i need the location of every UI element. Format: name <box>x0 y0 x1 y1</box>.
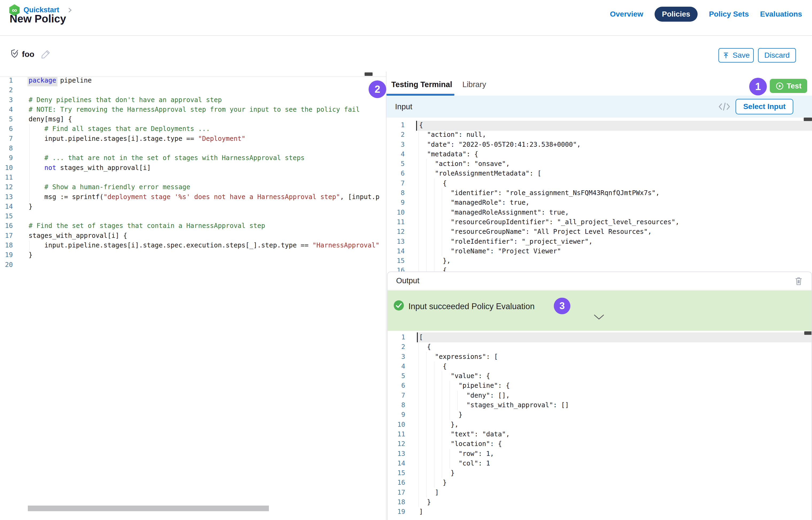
clear-output-trash-icon[interactable] <box>794 276 803 286</box>
code-line <box>29 173 384 182</box>
evaluation-success-banner: Input succeeded Policy Evaluation <box>387 290 811 331</box>
tab-overview[interactable]: Overview <box>610 10 643 19</box>
text-caret <box>416 121 417 131</box>
module-tabs: Overview Policies Policy Sets Evaluation… <box>610 6 802 22</box>
code-line <box>29 144 384 153</box>
tab-library[interactable]: Library <box>462 80 486 89</box>
code-line: deny[msg] { <box>29 114 384 124</box>
code-line: # NOTE: Try removing the HarnessApproval… <box>29 105 384 114</box>
code-line: } <box>29 250 384 260</box>
success-message: Input succeeded Policy Evaluation <box>408 302 535 311</box>
select-input-button[interactable]: Select Input <box>736 99 793 114</box>
output-panel-title: Output <box>396 276 420 285</box>
editor-vertical-scrollbar-thumb[interactable] <box>364 72 373 76</box>
select-input-label: Select Input <box>743 102 786 111</box>
code-view-icon[interactable] <box>718 102 730 111</box>
output-json-viewer[interactable]: 1 2 3 4 5 6 7 8 9 10 11 12 13 14 15 16 1… <box>387 331 812 520</box>
code-line: # Show a human-friendly error message <box>29 182 384 192</box>
indent-guide <box>418 342 419 507</box>
editor-horizontal-scrollbar-thumb[interactable] <box>28 505 269 511</box>
output-vertical-scrollbar-thumb[interactable] <box>804 331 812 335</box>
editor-line-numbers: 1 2 3 4 5 6 7 8 9 10 11 12 13 14 15 16 1… <box>0 76 13 269</box>
success-check-icon <box>394 300 404 311</box>
active-tab-underline <box>386 94 454 96</box>
code-line: # Find the set of stages that contain a … <box>29 221 384 231</box>
code-line: stages_with_approval[i] { <box>29 231 384 240</box>
upload-icon <box>722 52 729 59</box>
tab-testing-terminal[interactable]: Testing Terminal <box>391 80 452 89</box>
code-line: # Deny pipelines that don't have an appr… <box>29 95 384 105</box>
breadcrumb-chevron-icon <box>68 7 72 14</box>
policy-shield-icon <box>9 48 20 60</box>
policy-name: foo <box>22 50 34 59</box>
policy-editor-page: ∞ Quickstart New Policy Overview Policie… <box>0 0 812 520</box>
annotation-badge-3: 3 <box>554 298 570 314</box>
code-line: # ... that are not in the set of stages … <box>29 153 384 163</box>
test-button[interactable]: Test <box>770 79 807 93</box>
input-vertical-scrollbar-thumb[interactable] <box>804 118 812 121</box>
code-line <box>29 211 384 221</box>
input-json-editor[interactable]: 1 2 3 4 5 6 7 8 9 10 11 12 13 14 15 16 {… <box>386 118 812 271</box>
test-button-label: Test <box>787 82 802 90</box>
tab-evaluations[interactable]: Evaluations <box>760 10 802 19</box>
expand-chevron-down-icon[interactable] <box>593 314 605 320</box>
discard-button[interactable]: Discard <box>758 48 796 62</box>
output-panel: Output Input succeeded Policy Evaluation <box>387 271 812 520</box>
edit-name-icon[interactable] <box>40 49 51 60</box>
text-caret <box>417 332 418 342</box>
code-line: input.pipeline.stages[i].stage.spec.exec… <box>29 240 384 250</box>
header-divider <box>0 35 812 36</box>
input-line-numbers: 1 2 3 4 5 6 7 8 9 10 11 12 13 14 15 16 <box>386 120 405 271</box>
tab-policies[interactable]: Policies <box>655 7 698 22</box>
output-json-text: [ { "expressions": [ { "value": { "pipel… <box>419 332 569 517</box>
indent-guide <box>418 130 419 271</box>
output-line-numbers: 1 2 3 4 5 6 7 8 9 10 11 12 13 14 15 16 1… <box>387 332 405 517</box>
save-button[interactable]: Save <box>718 48 754 62</box>
code-line: input.pipeline.stages[i].stage.type == "… <box>29 134 384 144</box>
discard-button-label: Discard <box>764 51 790 59</box>
code-line: # Find all stages that are Deployments .… <box>29 124 384 134</box>
annotation-badge-1: 1 <box>749 78 767 96</box>
annotation-badge-2: 2 <box>369 80 386 98</box>
code-line <box>29 260 384 269</box>
output-panel-header: Output <box>387 272 811 290</box>
page-title: New Policy <box>9 13 66 25</box>
code-line: package pipeline <box>29 76 384 85</box>
rego-code-editor[interactable]: package pipeline # Deny pipelines that d… <box>29 76 384 269</box>
input-json-text: { "action": null, "date": "2022-05-05T20… <box>419 120 680 271</box>
save-button-label: Save <box>733 51 750 59</box>
code-line: } <box>29 202 384 211</box>
play-circle-icon <box>776 82 784 90</box>
input-panel-title: Input <box>395 102 412 111</box>
tab-policy-sets[interactable]: Policy Sets <box>709 10 748 19</box>
code-line: msg := sprintf("deployment stage '%s' do… <box>29 192 384 202</box>
code-line <box>29 85 384 95</box>
code-line: not stages_with_approval[i] <box>29 163 384 173</box>
